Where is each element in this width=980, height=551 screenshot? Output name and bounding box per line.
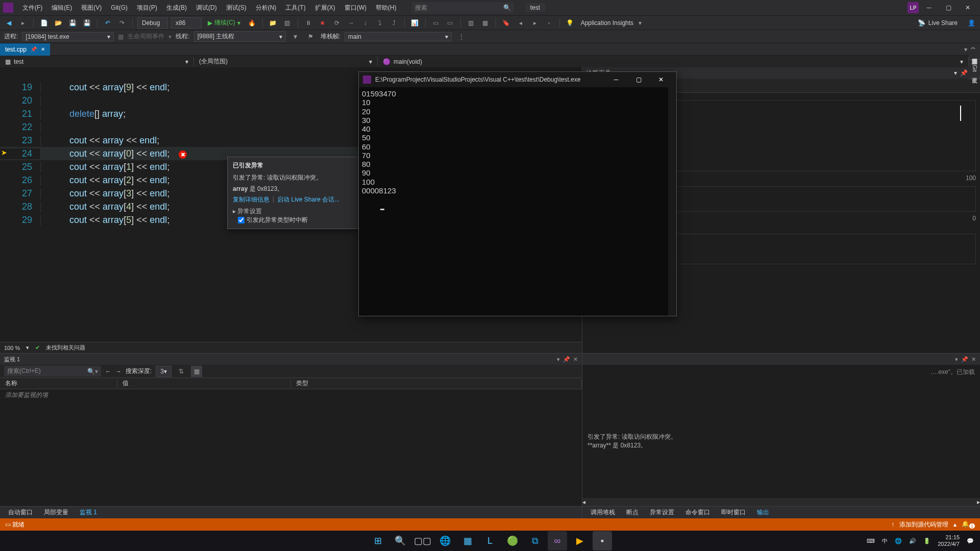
folder-icon[interactable]: 📁 [267, 17, 279, 29]
tab-watch1[interactable]: 监视 1 [75, 507, 102, 518]
watch-opt1-icon[interactable]: ⇅ [176, 366, 187, 377]
feedback-icon[interactable]: 👤 [966, 17, 977, 29]
nav-scope-dropdown[interactable]: (全局范围)▾ [194, 56, 378, 67]
stop-icon[interactable]: ■ [317, 17, 328, 29]
thread-dropdown[interactable]: [9888] 主线程▾ [194, 31, 286, 42]
open-icon[interactable]: 📂 [53, 17, 64, 29]
bookmark-icon[interactable]: 🔖 [501, 17, 512, 29]
output-dropdown-icon[interactable]: ▾ [955, 356, 958, 363]
exc-liveshare-link[interactable]: 启动 Live Share 会话... [277, 195, 339, 204]
platform-dropdown[interactable]: x86 [171, 17, 202, 29]
step-into-icon[interactable]: ↓ [360, 17, 371, 29]
console-close-button[interactable]: ✕ [650, 72, 672, 87]
console-scrollbar[interactable] [668, 87, 676, 316]
diag-pin-icon[interactable]: 📌 [960, 69, 968, 77]
tray-battery-icon[interactable]: 🔋 [923, 538, 930, 544]
menu-edit[interactable]: 编辑(E) [47, 2, 76, 14]
tab-breakpoints[interactable]: 断点 [621, 507, 644, 518]
vscode-icon[interactable]: ⧉ [525, 531, 545, 550]
pause-icon[interactable]: ⏸ [303, 17, 314, 29]
exc-settings-header[interactable]: ▸ 异常设置 [233, 207, 354, 216]
edge-icon[interactable]: 🌐 [435, 531, 455, 550]
menu-view[interactable]: 视图(V) [77, 2, 106, 14]
bookmark-clear-icon[interactable]: ▫ [544, 17, 555, 29]
menu-tools[interactable]: 工具(T) [281, 2, 309, 14]
live-share-button[interactable]: 📡 Live Share [913, 19, 963, 27]
app2-icon[interactable]: L [480, 531, 500, 550]
save-icon[interactable]: 💾 [67, 17, 78, 29]
stackframe-dropdown[interactable]: main▾ [345, 32, 452, 41]
restart-icon[interactable]: ⟳ [331, 17, 342, 29]
step-over-icon[interactable]: ⤵ [374, 17, 385, 29]
issues-label[interactable]: 未找到相关问题 [46, 344, 85, 352]
console-body[interactable]: 01593470 10 20 30 40 50 60 70 80 90 100 … [359, 87, 676, 316]
menu-extensions[interactable]: 扩展(X) [311, 2, 339, 14]
menu-analyze[interactable]: 分析(N) [252, 2, 281, 14]
watch-add-row[interactable]: 添加要监视的项 [0, 389, 582, 400]
box2-icon[interactable]: ▭ [445, 17, 456, 29]
taskbar-search-icon[interactable]: 🔍 [390, 531, 410, 550]
toolbar-overflow-icon[interactable]: ⋮ [456, 31, 467, 42]
tray-clock[interactable]: 21:15 2022/4/7 [938, 534, 960, 547]
solution-config-label[interactable]: test [525, 3, 545, 12]
menu-project[interactable]: 项目(P) [133, 2, 161, 14]
tab-immediate[interactable]: 即时窗口 [716, 507, 751, 518]
tray-notifications-icon[interactable]: 💬 [967, 538, 974, 544]
nav-function-dropdown[interactable]: 🟣 main(void)▾ [378, 57, 969, 66]
device-icon[interactable]: ▥ [465, 17, 477, 29]
output-close-icon[interactable]: ✕ [971, 356, 976, 363]
step-next-icon[interactable]: → [346, 17, 357, 29]
app1-icon[interactable]: ▦ [458, 531, 477, 550]
exc-copy-link[interactable]: 复制详细信息 [233, 195, 270, 204]
output-body[interactable]: ….exe"。已加载 引发了异常: 读取访问权限冲突。 **array** 是 … [582, 365, 980, 498]
output-scrollbar-h[interactable]: ◂▸ [582, 498, 980, 506]
output-pin-icon[interactable]: 📌 [961, 356, 968, 363]
global-search-input[interactable]: 搜索 🔍 [412, 2, 514, 13]
panel-close-icon[interactable]: ✕ [573, 356, 578, 363]
step-out-icon[interactable]: ⤴ [388, 17, 400, 29]
close-button[interactable]: ✕ [959, 1, 977, 15]
watch-col-type[interactable]: 类型 [291, 379, 582, 388]
snapshot-icon[interactable]: ▧ [282, 17, 293, 29]
menu-file[interactable]: 文件(F) [18, 2, 46, 14]
panel-pin-icon[interactable]: 📌 [563, 356, 570, 363]
tray-keyboard-icon[interactable]: ⌨ [867, 538, 875, 544]
media-icon[interactable]: ▶ [570, 531, 590, 550]
new-item-icon[interactable]: 📄 [38, 17, 50, 29]
depth-dropdown[interactable]: 3 ▾ [156, 366, 172, 377]
watch-search-input[interactable]: 搜索(Ctrl+E)🔍▾ [4, 366, 101, 377]
app-insights-label[interactable]: Application Insights [579, 19, 635, 27]
exc-break-checkbox[interactable] [238, 217, 244, 223]
menu-window[interactable]: 窗口(W) [340, 2, 371, 14]
tab-command[interactable]: 命令窗口 [680, 507, 715, 518]
search-prev-icon[interactable]: ← [105, 368, 111, 375]
process-dropdown[interactable]: [19084] test.exe▾ [22, 32, 114, 41]
console-titlebar[interactable]: E:\ProgramProject\VisualStudioProjects\V… [359, 72, 676, 87]
tab-close-icon[interactable]: ✕ [41, 46, 45, 52]
pin-icon[interactable]: 📌 [31, 46, 37, 52]
nav-project-dropdown[interactable]: ▦ test▾ [0, 57, 194, 66]
search-next-icon[interactable]: → [115, 368, 121, 375]
graph-icon[interactable]: 📊 [409, 17, 421, 29]
nav-back-icon[interactable]: ◀ [3, 17, 14, 29]
source-control-label[interactable]: 添加到源代码管理 [899, 520, 948, 529]
tray-volume-icon[interactable]: 🔊 [909, 538, 916, 544]
tray-network-icon[interactable]: 🌐 [895, 538, 902, 544]
nav-fwd-icon[interactable]: ▸ [17, 17, 29, 29]
tab-exception-settings[interactable]: 异常设置 [645, 507, 679, 518]
terminal-icon[interactable]: ▪ [593, 531, 612, 550]
bookmark-next-icon[interactable]: ▸ [529, 17, 541, 29]
menu-debug[interactable]: 调试(D) [192, 2, 221, 14]
save-all-icon[interactable]: 💾 [81, 17, 92, 29]
undo-icon[interactable]: ↶ [102, 17, 113, 29]
configuration-dropdown[interactable]: Debug [137, 17, 168, 29]
taskview-icon[interactable]: ▢▢ [413, 531, 432, 550]
rulers-icon[interactable]: ▦ [480, 17, 491, 29]
panel-dropdown-icon[interactable]: ▾ [557, 356, 560, 363]
tab-output[interactable]: 输出 [752, 507, 774, 518]
redo-icon[interactable]: ↷ [116, 17, 128, 29]
menu-build[interactable]: 生成(B) [162, 2, 191, 14]
minimize-button[interactable]: ─ [920, 1, 938, 15]
watch-opt2-icon[interactable]: ▦ [191, 366, 202, 377]
notifications-icon[interactable]: 🔔1 [962, 520, 975, 529]
